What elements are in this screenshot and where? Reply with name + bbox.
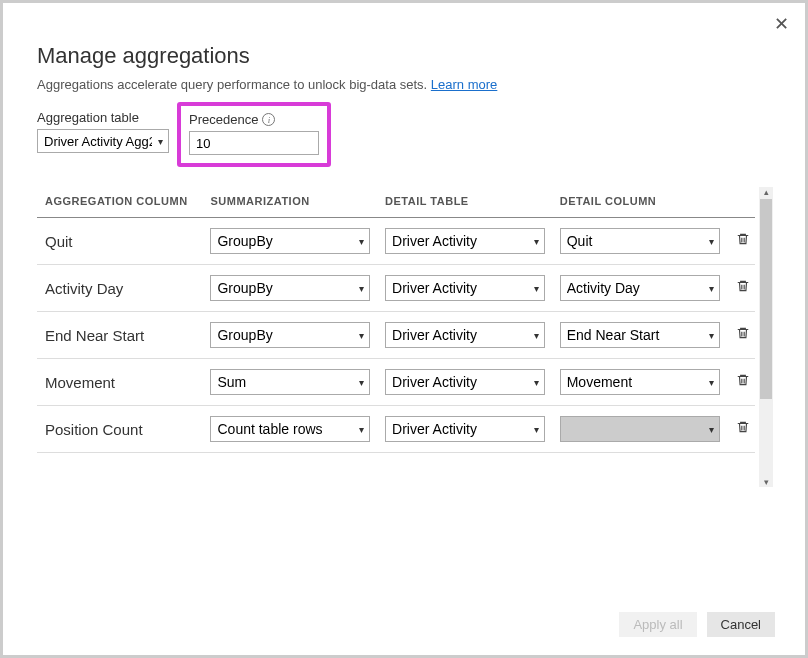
aggregation-table-select-wrap: Driver Activity Agg2 — [37, 129, 169, 153]
table-row: QuitGroupByDriver ActivityQuit — [37, 218, 755, 265]
top-fields: Aggregation table Driver Activity Agg2 P… — [37, 110, 771, 167]
detail-column-select-wrap: Activity Day — [560, 275, 720, 301]
aggregation-column-cell: Movement — [37, 359, 206, 406]
summarization-select-wrap: GroupBy — [210, 228, 370, 254]
summarization-select[interactable]: GroupBy — [210, 322, 370, 348]
summarization-select[interactable]: GroupBy — [210, 275, 370, 301]
detail-table-select[interactable]: Driver Activity — [385, 275, 545, 301]
summarization-select[interactable]: Count table rows — [210, 416, 370, 442]
header-summarization: SUMMARIZATION — [206, 187, 381, 218]
table-row: Position CountCount table rowsDriver Act… — [37, 406, 755, 453]
header-aggregation-column: AGGREGATION COLUMN — [37, 187, 206, 218]
precedence-highlight: Precedence i — [177, 102, 331, 167]
detail-column-select-wrap: Movement — [560, 369, 720, 395]
aggregation-table-select[interactable]: Driver Activity Agg2 — [37, 129, 169, 153]
delete-row-button[interactable] — [730, 406, 755, 453]
subtitle-text: Aggregations accelerate query performanc… — [37, 77, 431, 92]
delete-row-button[interactable] — [730, 359, 755, 406]
detail-table-select-cell: Driver Activity — [381, 406, 556, 453]
summarization-select-wrap: Count table rows — [210, 416, 370, 442]
summarization-select-cell: Count table rows — [206, 406, 381, 453]
detail-column-select[interactable]: Movement — [560, 369, 720, 395]
detail-table-select[interactable]: Driver Activity — [385, 369, 545, 395]
detail-column-select[interactable]: End Near Start — [560, 322, 720, 348]
aggregation-table-field: Aggregation table Driver Activity Agg2 — [37, 110, 169, 153]
detail-column-select[interactable]: Quit — [560, 228, 720, 254]
apply-all-button[interactable]: Apply all — [619, 612, 696, 637]
detail-table-select-wrap: Driver Activity — [385, 275, 545, 301]
learn-more-link[interactable]: Learn more — [431, 77, 497, 92]
table-row: Activity DayGroupByDriver ActivityActivi… — [37, 265, 755, 312]
header-detail-table: DETAIL TABLE — [381, 187, 556, 218]
detail-table-select-wrap: Driver Activity — [385, 369, 545, 395]
aggregation-column-cell: Quit — [37, 218, 206, 265]
close-icon[interactable]: ✕ — [774, 13, 789, 35]
summarization-select-cell: GroupBy — [206, 218, 381, 265]
summarization-select[interactable]: GroupBy — [210, 228, 370, 254]
summarization-select[interactable]: Sum — [210, 369, 370, 395]
detail-table-select-cell: Driver Activity — [381, 265, 556, 312]
detail-column-select-wrap — [560, 416, 720, 442]
trash-icon — [736, 279, 750, 296]
detail-table-select-cell: Driver Activity — [381, 359, 556, 406]
delete-row-button[interactable] — [730, 312, 755, 359]
trash-icon — [736, 373, 750, 390]
aggregations-scroll: AGGREGATION COLUMN SUMMARIZATION DETAIL … — [37, 187, 771, 487]
scrollbar[interactable]: ▴ ▾ — [759, 187, 773, 487]
aggregation-table-label: Aggregation table — [37, 110, 169, 125]
detail-column-select-cell — [556, 406, 731, 453]
detail-column-select-cell: Activity Day — [556, 265, 731, 312]
detail-table-select-wrap: Driver Activity — [385, 322, 545, 348]
detail-table-select-wrap: Driver Activity — [385, 228, 545, 254]
detail-column-select-wrap: End Near Start — [560, 322, 720, 348]
trash-icon — [736, 326, 750, 343]
delete-row-button[interactable] — [730, 265, 755, 312]
summarization-select-wrap: Sum — [210, 369, 370, 395]
manage-aggregations-dialog: ✕ Manage aggregations Aggregations accel… — [0, 0, 808, 658]
detail-column-select-cell: Quit — [556, 218, 731, 265]
summarization-select-cell: GroupBy — [206, 312, 381, 359]
cancel-button[interactable]: Cancel — [707, 612, 775, 637]
aggregation-column-cell: Position Count — [37, 406, 206, 453]
header-detail-column: DETAIL COLUMN — [556, 187, 731, 218]
aggregations-table: AGGREGATION COLUMN SUMMARIZATION DETAIL … — [37, 187, 755, 453]
scroll-down-icon[interactable]: ▾ — [759, 477, 773, 487]
table-row: MovementSumDriver ActivityMovement — [37, 359, 755, 406]
aggregation-column-cell: End Near Start — [37, 312, 206, 359]
scroll-up-icon[interactable]: ▴ — [759, 187, 773, 197]
detail-column-select — [560, 416, 720, 442]
precedence-label: Precedence — [189, 112, 258, 127]
detail-table-select[interactable]: Driver Activity — [385, 228, 545, 254]
summarization-select-wrap: GroupBy — [210, 275, 370, 301]
detail-table-select[interactable]: Driver Activity — [385, 416, 545, 442]
detail-table-select-cell: Driver Activity — [381, 218, 556, 265]
table-row: End Near StartGroupByDriver ActivityEnd … — [37, 312, 755, 359]
trash-icon — [736, 232, 750, 249]
precedence-field: Precedence i — [189, 112, 319, 155]
dialog-content: Manage aggregations Aggregations acceler… — [3, 3, 805, 487]
detail-column-select-cell: End Near Start — [556, 312, 731, 359]
detail-table-select-cell: Driver Activity — [381, 312, 556, 359]
trash-icon — [736, 420, 750, 437]
precedence-input[interactable] — [189, 131, 319, 155]
detail-column-select-cell: Movement — [556, 359, 731, 406]
detail-column-select-wrap: Quit — [560, 228, 720, 254]
dialog-footer: Apply all Cancel — [619, 612, 775, 637]
detail-table-select[interactable]: Driver Activity — [385, 322, 545, 348]
summarization-select-cell: GroupBy — [206, 265, 381, 312]
summarization-select-cell: Sum — [206, 359, 381, 406]
detail-table-select-wrap: Driver Activity — [385, 416, 545, 442]
aggregation-column-cell: Activity Day — [37, 265, 206, 312]
info-icon[interactable]: i — [262, 113, 275, 126]
summarization-select-wrap: GroupBy — [210, 322, 370, 348]
dialog-title: Manage aggregations — [37, 43, 771, 69]
aggregations-table-wrap: AGGREGATION COLUMN SUMMARIZATION DETAIL … — [37, 187, 771, 487]
dialog-subtitle: Aggregations accelerate query performanc… — [37, 77, 771, 92]
table-header-row: AGGREGATION COLUMN SUMMARIZATION DETAIL … — [37, 187, 755, 218]
delete-row-button[interactable] — [730, 218, 755, 265]
detail-column-select[interactable]: Activity Day — [560, 275, 720, 301]
precedence-label-row: Precedence i — [189, 112, 319, 127]
header-delete — [730, 187, 755, 218]
scrollbar-thumb[interactable] — [760, 199, 772, 399]
